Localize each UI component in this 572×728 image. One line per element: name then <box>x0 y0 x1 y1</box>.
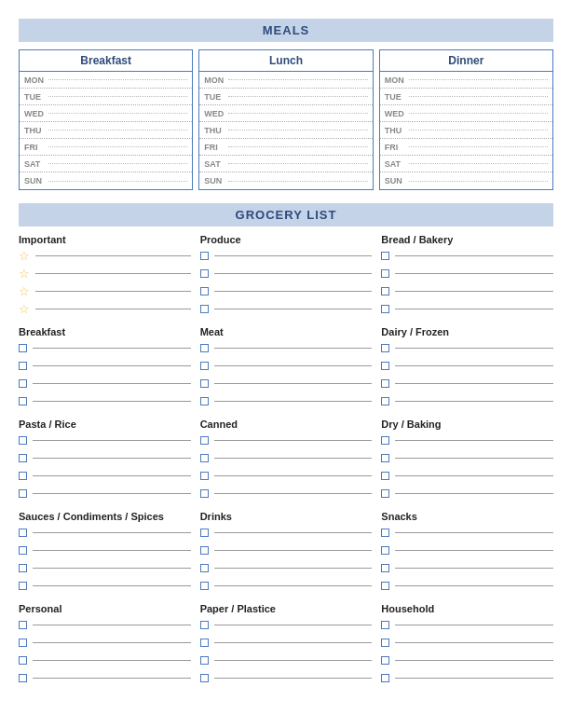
meal-row[interactable]: THU <box>380 122 552 139</box>
checkbox-icon[interactable] <box>19 454 27 462</box>
checkbox-icon[interactable] <box>200 436 209 445</box>
checkbox-icon[interactable] <box>381 621 389 629</box>
checkbox-icon[interactable] <box>200 252 209 260</box>
meal-row[interactable]: TUE <box>199 89 372 105</box>
meal-row[interactable]: MON <box>380 72 552 89</box>
meal-row[interactable]: FRI <box>20 139 192 156</box>
grocery-item[interactable] <box>381 249 553 262</box>
checkbox-icon[interactable] <box>19 674 27 682</box>
checkbox-icon[interactable] <box>381 639 389 647</box>
grocery-item[interactable] <box>200 543 373 556</box>
meal-row[interactable]: THU <box>20 122 192 139</box>
checkbox-icon[interactable] <box>19 362 27 370</box>
grocery-item[interactable] <box>200 302 373 315</box>
checkbox-icon[interactable] <box>200 656 209 665</box>
grocery-item[interactable] <box>381 561 553 574</box>
meal-row[interactable]: SUN <box>199 172 372 189</box>
grocery-item[interactable] <box>200 526 373 539</box>
checkbox-icon[interactable] <box>381 472 389 480</box>
grocery-item[interactable] <box>200 469 373 482</box>
grocery-item[interactable] <box>19 561 191 574</box>
checkbox-icon[interactable] <box>19 656 27 665</box>
checkbox-icon[interactable] <box>381 454 389 462</box>
grocery-item[interactable] <box>19 526 191 539</box>
grocery-item[interactable] <box>200 267 373 280</box>
grocery-item[interactable] <box>200 394 373 407</box>
grocery-item[interactable] <box>381 302 553 315</box>
checkbox-icon[interactable] <box>381 564 389 572</box>
meal-row[interactable]: TUE <box>380 89 552 105</box>
grocery-item[interactable] <box>381 394 553 407</box>
checkbox-icon[interactable] <box>19 582 27 590</box>
checkbox-icon[interactable] <box>19 436 27 445</box>
checkbox-icon[interactable] <box>381 397 389 405</box>
meal-row[interactable]: MON <box>20 72 192 89</box>
checkbox-icon[interactable] <box>381 436 389 445</box>
checkbox-icon[interactable] <box>381 582 389 590</box>
grocery-item[interactable] <box>200 579 373 592</box>
grocery-item[interactable] <box>200 636 373 649</box>
grocery-item[interactable] <box>200 341 373 354</box>
meal-row[interactable]: TUE <box>20 89 192 105</box>
checkbox-icon[interactable] <box>381 379 389 388</box>
checkbox-icon[interactable] <box>200 546 209 555</box>
checkbox-icon[interactable] <box>200 674 209 682</box>
meal-row[interactable]: SAT <box>380 156 552 172</box>
grocery-item[interactable] <box>381 543 553 556</box>
checkbox-icon[interactable] <box>19 546 27 555</box>
checkbox-icon[interactable] <box>200 454 209 462</box>
checkbox-icon[interactable] <box>19 621 27 629</box>
checkbox-icon[interactable] <box>19 472 27 480</box>
meal-row[interactable]: SAT <box>20 156 192 172</box>
checkbox-icon[interactable] <box>200 564 209 572</box>
grocery-item[interactable] <box>381 451 553 464</box>
grocery-item[interactable] <box>381 284 553 297</box>
checkbox-icon[interactable] <box>200 269 209 278</box>
grocery-item[interactable] <box>19 394 191 407</box>
checkbox-icon[interactable] <box>19 639 27 647</box>
grocery-item[interactable] <box>200 451 373 464</box>
grocery-item[interactable]: ☆ <box>19 302 191 315</box>
checkbox-icon[interactable] <box>381 287 389 295</box>
checkbox-icon[interactable] <box>19 379 27 388</box>
grocery-item[interactable] <box>19 653 191 666</box>
grocery-item[interactable] <box>381 653 553 666</box>
meal-row[interactable]: FRI <box>199 139 372 156</box>
grocery-item[interactable] <box>200 561 373 574</box>
meal-row[interactable]: WED <box>380 105 552 122</box>
checkbox-icon[interactable] <box>19 489 27 498</box>
meal-row[interactable]: SUN <box>380 172 552 189</box>
grocery-item[interactable] <box>19 469 191 482</box>
checkbox-icon[interactable] <box>200 344 209 352</box>
grocery-item[interactable] <box>381 341 553 354</box>
meal-row[interactable]: FRI <box>380 139 552 156</box>
grocery-item[interactable] <box>200 433 373 446</box>
grocery-item[interactable] <box>19 359 191 372</box>
checkbox-icon[interactable] <box>200 529 209 537</box>
grocery-item[interactable] <box>200 487 373 500</box>
grocery-item[interactable] <box>381 526 553 539</box>
meal-row[interactable]: WED <box>20 105 192 122</box>
checkbox-icon[interactable] <box>200 582 209 590</box>
grocery-item[interactable] <box>381 636 553 649</box>
grocery-item[interactable] <box>200 377 373 390</box>
meal-row[interactable]: MON <box>199 72 372 89</box>
grocery-item[interactable] <box>381 433 553 446</box>
checkbox-icon[interactable] <box>200 397 209 405</box>
checkbox-icon[interactable] <box>200 489 209 498</box>
meal-row[interactable]: SAT <box>199 156 372 172</box>
checkbox-icon[interactable] <box>19 344 27 352</box>
checkbox-icon[interactable] <box>200 621 209 629</box>
checkbox-icon[interactable] <box>381 362 389 370</box>
grocery-item[interactable] <box>19 636 191 649</box>
checkbox-icon[interactable] <box>381 269 389 278</box>
checkbox-icon[interactable] <box>19 529 27 537</box>
grocery-item[interactable] <box>200 671 373 684</box>
grocery-item[interactable] <box>381 377 553 390</box>
checkbox-icon[interactable] <box>381 656 389 665</box>
checkbox-icon[interactable] <box>200 639 209 647</box>
grocery-item[interactable] <box>19 543 191 556</box>
meal-row[interactable]: WED <box>199 105 372 122</box>
grocery-item[interactable] <box>19 433 191 446</box>
grocery-item[interactable] <box>200 284 373 297</box>
